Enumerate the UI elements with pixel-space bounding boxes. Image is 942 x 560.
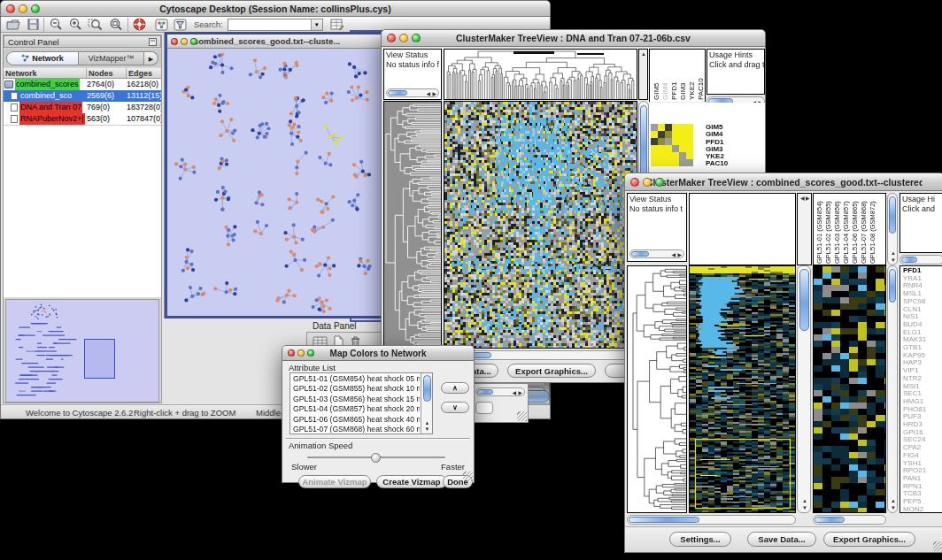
column-label[interactable]: GIM3 — [679, 52, 687, 100]
zoom-button[interactable] — [31, 4, 40, 13]
attribute-table-icon[interactable] — [330, 19, 344, 31]
zoom-button[interactable] — [190, 38, 197, 45]
settings-button[interactable]: Settings... — [669, 532, 731, 547]
attribute-item[interactable]: GPL51-03 (GSM856) heat shock 15 min — [291, 395, 420, 404]
network-name-cell[interactable]: DNA and Tran 07 — [4, 102, 87, 113]
column-dendrogram-canvas[interactable] — [444, 50, 637, 99]
column-label[interactable]: GPL51-06 (GSM865) — [851, 193, 859, 264]
column-label[interactable]: PAC10 — [697, 52, 705, 100]
map-colors-titlebar[interactable]: Map Colors to Network — [282, 345, 475, 361]
minimize-button[interactable] — [19, 4, 27, 13]
open-folder-icon[interactable] — [6, 19, 20, 31]
move-down-button[interactable]: ∨ — [441, 402, 469, 413]
resize-grip[interactable] — [933, 541, 942, 551]
close-button[interactable] — [288, 349, 295, 357]
gene-list-panel[interactable]: PFD1YRA1RNR4MSL1SPC98CLN1NIS1BUD4ELG1MAK… — [900, 265, 942, 513]
gene-list-vscrollbar[interactable]: ▲▼ — [887, 265, 898, 513]
move-up-button[interactable]: ∧ — [441, 382, 469, 394]
network-editor-icon[interactable] — [155, 19, 168, 31]
attribute-list-vscrollbar[interactable]: ▲▼ — [421, 373, 432, 433]
search-dropdown-button[interactable]: ▼ — [311, 19, 322, 30]
zoom-out-icon[interactable] — [49, 18, 63, 31]
tab-network[interactable]: Network — [6, 51, 79, 65]
minimize-button[interactable] — [643, 178, 652, 187]
save-icon[interactable] — [27, 19, 39, 30]
column-header-network[interactable]: Network — [4, 68, 87, 78]
search-input[interactable] — [228, 19, 311, 30]
close-button[interactable] — [387, 34, 396, 42]
column-labels-panel[interactable]: GIM5GIM4PFD1GIM3YKE2PAC10 — [649, 49, 706, 102]
cytoscape-titlebar[interactable]: Cytoscape Desktop (Session Name: collins… — [0, 0, 551, 17]
fragment-scrollbar[interactable]: ◀▶ — [475, 387, 525, 396]
heatmap-hscrollbar[interactable] — [627, 515, 796, 525]
zoom-button[interactable] — [655, 178, 664, 187]
network-view-titlebar[interactable]: combined_scores_good.txt--cluste... — [167, 35, 381, 49]
resize-grip[interactable] — [463, 472, 473, 481]
attribute-item[interactable]: GPL51-04 (GSM857) heat shock 20 min — [291, 404, 420, 414]
network-name-cell[interactable]: combined_sco — [4, 90, 87, 102]
slider-thumb[interactable] — [371, 453, 381, 463]
minimize-button[interactable] — [181, 38, 188, 45]
heatmap-canvas[interactable] — [690, 266, 795, 512]
column-label[interactable]: PFD1 — [670, 52, 678, 100]
treeview-dna-titlebar[interactable]: ClusterMaker TreeView : DNA and Tran 07-… — [381, 29, 766, 47]
heatmap-panel[interactable] — [689, 265, 796, 513]
attribute-item[interactable]: GPL51-01 (GSM854) heat shock 05 min — [291, 374, 420, 384]
zoom-heatmap-canvas[interactable] — [814, 266, 885, 512]
tab-vizmapper[interactable]: VizMapper™ — [79, 51, 144, 65]
attribute-item[interactable]: GPL51-07 (GSM868) heat shock 60 min — [291, 425, 420, 433]
network-table-row[interactable]: DNA and Tran 07769(0)183728(0) — [4, 102, 161, 113]
resize-grip[interactable] — [517, 411, 527, 421]
column-dendrogram-panel[interactable] — [444, 49, 637, 100]
attribute-list[interactable]: GPL51-01 (GSM854) heat shock 05 minGPL51… — [290, 372, 433, 434]
zoom-fit-icon[interactable] — [108, 18, 123, 31]
column-label[interactable]: GPL51-02 (GSM855) — [824, 193, 832, 264]
speed-slider[interactable] — [307, 453, 445, 462]
row-dendrogram-canvas[interactable] — [628, 266, 686, 512]
attribute-item[interactable]: GPL51-02 (GSM855) heat shock 10 min — [291, 384, 420, 394]
zoom-in-icon[interactable] — [68, 18, 82, 31]
zoom-button[interactable] — [307, 349, 314, 357]
zoom-heatmap-panel[interactable] — [813, 265, 886, 513]
gene-label[interactable]: MON2 — [903, 506, 942, 513]
minimize-button[interactable] — [399, 34, 408, 42]
usage-hints-scrollbar[interactable] — [900, 255, 942, 265]
network-name-cell[interactable]: RNAPuberNov2+| — [4, 113, 87, 125]
scroll-strip[interactable]: ▲ — [638, 49, 648, 100]
column-dendrogram-panel[interactable] — [689, 193, 796, 265]
create-vizmap-button[interactable]: Create Vizmap — [376, 475, 447, 488]
animate-vizmap-button[interactable]: Animate Vizmap — [298, 475, 371, 488]
help-lifering-icon[interactable] — [133, 18, 146, 31]
save-data-button[interactable]: Save Data... — [747, 532, 816, 547]
column-label[interactable]: GPL51-07 (GSM868) — [860, 193, 868, 264]
filter-icon[interactable] — [174, 19, 187, 31]
network-overview-panel[interactable] — [5, 299, 159, 403]
column-label[interactable]: GPL51-01 (GSM854) — [815, 193, 823, 264]
network-table-row[interactable]: combined_scores2764(0)16218(0) — [4, 79, 161, 90]
heatmap-canvas[interactable] — [444, 102, 637, 348]
column-label[interactable]: GPL51-08 (GSM872) — [869, 193, 876, 264]
correlation-matrix[interactable] — [651, 124, 693, 166]
column-header-edges[interactable]: Edges — [127, 68, 161, 78]
treeview-combined-titlebar[interactable]: ClusterMaker TreeView : combined_scores_… — [624, 173, 942, 191]
view-status-scrollbar[interactable]: ◀▶ — [629, 249, 684, 258]
row-dendrogram-canvas[interactable] — [384, 102, 441, 348]
row-dendrogram-panel[interactable] — [627, 265, 687, 513]
column-labels-vscrollbar[interactable]: ▲▼ — [887, 193, 898, 265]
float-panel-icon[interactable] — [149, 38, 157, 46]
network-view-canvas[interactable] — [167, 49, 381, 316]
close-button[interactable] — [171, 38, 178, 45]
tab-overflow-button[interactable]: ▶ — [144, 51, 158, 65]
column-label[interactable]: GIM4 — [661, 52, 669, 100]
close-button[interactable] — [630, 178, 639, 187]
column-label[interactable]: GPL51-04 (GSM857) — [842, 193, 850, 264]
network-table-row[interactable]: combined_sco2569(6)13112(15) — [4, 90, 161, 102]
view-status-scrollbar[interactable]: ◀▶ — [386, 88, 439, 97]
network-overview-canvas[interactable] — [6, 300, 158, 402]
column-label[interactable]: GPL51-03 (GSM856) — [833, 193, 841, 264]
minimize-button[interactable] — [297, 349, 305, 357]
zoom-button[interactable] — [412, 34, 421, 42]
zoom-selected-icon[interactable] — [88, 18, 103, 31]
network-name-cell[interactable]: combined_scores — [4, 79, 87, 90]
scroll-strip[interactable]: ◀▶ — [797, 193, 812, 265]
